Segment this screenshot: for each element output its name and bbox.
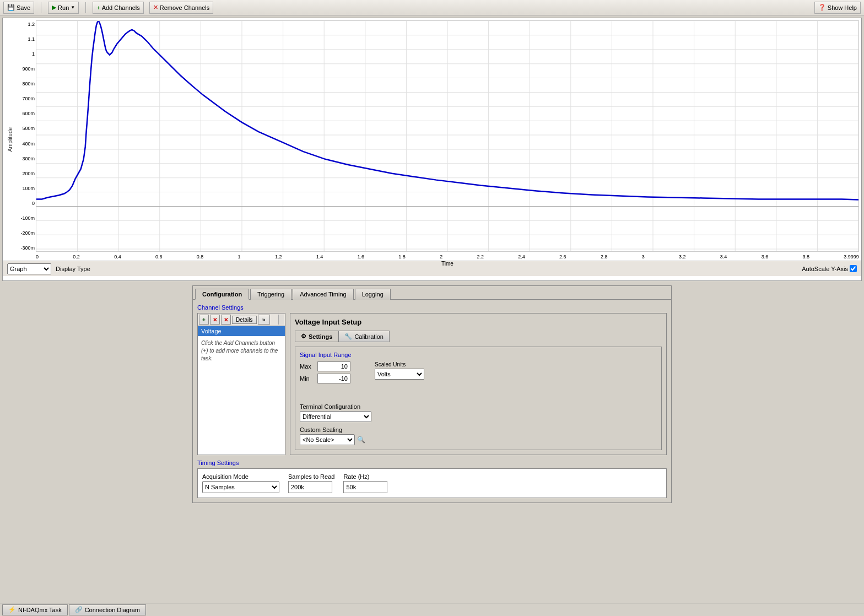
y-label-12: 1.2 <box>15 21 35 27</box>
x-label-04: 0.4 <box>114 254 121 260</box>
y-label-n200m: -200m <box>15 230 35 236</box>
timing-settings-label: Timing Settings <box>197 460 667 466</box>
tab-triggering[interactable]: Triggering <box>250 289 291 300</box>
channel-settings-row: + ✕ ✕ Details » Voltage <box>197 313 667 455</box>
tab-logging[interactable]: Logging <box>355 289 391 300</box>
y-label-600m: 600m <box>15 111 35 116</box>
acquisition-mode-select[interactable]: N Samples <box>202 481 279 493</box>
min-value-input[interactable] <box>317 374 350 383</box>
x-label-26: 2.6 <box>559 254 566 260</box>
tab-content-configuration: Channel Settings + ✕ ✕ Details » <box>193 300 671 502</box>
bottom-panel: Configuration Triggering Advanced Timing… <box>0 283 864 505</box>
voltage-setup-title: Voltage Input Setup <box>295 318 662 326</box>
rate-group: Rate (Hz) <box>343 473 387 493</box>
x-label-3999: 3.9999 <box>844 254 859 260</box>
bottom-tabs-bar: ⚡ NI-DAQmx Task 🔗 Connection Diagram <box>0 603 864 616</box>
run-icon: ▶ <box>52 4 56 11</box>
details-btn[interactable]: Details <box>232 316 257 324</box>
timing-settings-section: Timing Settings Acquisition Mode N Sampl… <box>197 460 667 498</box>
y-label-300m: 300m <box>15 156 35 161</box>
clear-channels-btn[interactable]: ✕ <box>221 315 231 325</box>
scaled-units-label: Scaled Units <box>375 361 424 368</box>
toolbar-separator2 <box>85 2 86 13</box>
scaled-units-group: Scaled Units Volts <box>375 361 424 380</box>
rate-input[interactable] <box>343 481 387 493</box>
x-label-3: 3 <box>642 254 645 260</box>
inner-tab-calibration[interactable]: 🔧 Calibration <box>338 331 390 342</box>
max-value-input[interactable] <box>317 361 350 371</box>
channel-scroll[interactable] <box>278 315 284 325</box>
channel-settings-section: Channel Settings + ✕ ✕ Details » <box>197 304 667 455</box>
x-label-28: 2.8 <box>601 254 608 260</box>
terminal-config-select[interactable]: Differential <box>300 411 371 422</box>
remove-channel-btn[interactable]: ✕ <box>210 315 220 325</box>
channel-hint: Click the Add Channels button (+) to add… <box>198 336 285 366</box>
y-label-100m: 100m <box>15 186 35 191</box>
x-label-14: 1.4 <box>316 254 323 260</box>
help-icon: ❓ <box>818 4 826 11</box>
save-button[interactable]: 💾 Save <box>3 2 34 14</box>
remove-channels-button[interactable]: ✕ Remove Channels <box>149 2 214 14</box>
scroll-right-btn[interactable]: » <box>258 315 270 325</box>
scale-edit-icon[interactable]: 🔍 <box>357 436 365 444</box>
samples-group: Samples to Read <box>288 473 334 493</box>
terminal-config-group: Terminal Configuration Differential <box>300 403 371 422</box>
custom-scale-select[interactable]: <No Scale> <box>300 434 355 445</box>
timing-section-body: Acquisition Mode N Samples Samples to Re… <box>197 468 667 498</box>
inner-tab-settings[interactable]: ⚙ Settings <box>295 331 338 342</box>
x-label-18: 1.8 <box>398 254 406 260</box>
rate-label: Rate (Hz) <box>343 473 387 480</box>
run-dropdown-arrow[interactable]: ▼ <box>71 5 75 10</box>
x-label-24: 2.4 <box>518 254 525 260</box>
y-label-700m: 700m <box>15 96 35 101</box>
graph-area: Amplitude 1.2 1.1 1 900m 800m 700m 600m … <box>2 18 862 281</box>
channel-item-voltage[interactable]: Voltage <box>198 326 285 336</box>
signal-range-label: Signal Input Range <box>300 352 657 358</box>
y-label-n300m: -300m <box>15 245 35 251</box>
min-range-row: Min <box>300 374 350 383</box>
x-label-08: 0.8 <box>197 254 204 260</box>
min-label: Min <box>300 375 313 382</box>
show-help-button[interactable]: ❓ Show Help <box>814 2 861 14</box>
y-label-800m: 800m <box>15 81 35 87</box>
bottom-tab-ni-daqmx[interactable]: ⚡ NI-DAQmx Task <box>2 604 68 615</box>
y-axis-label: Amplitude <box>7 127 13 152</box>
range-fields: Max Min <box>300 361 350 386</box>
add-channels-icon: + <box>96 4 100 11</box>
y-label-1: 1 <box>15 51 35 57</box>
connection-diagram-icon: 🔗 <box>75 606 83 613</box>
acquisition-mode-label: Acquisition Mode <box>202 473 279 480</box>
add-channels-button[interactable]: + Add Channels <box>93 2 144 14</box>
channel-list-panel: + ✕ ✕ Details » Voltage <box>197 313 285 455</box>
x-label-22: 2.2 <box>477 254 484 260</box>
settings-icon: ⚙ <box>301 333 306 340</box>
samples-label: Samples to Read <box>288 473 334 480</box>
channel-settings-label: Channel Settings <box>197 304 667 311</box>
y-label-11: 1.1 <box>15 36 35 42</box>
config-panel: Configuration Triggering Advanced Timing… <box>192 285 672 503</box>
toolbar: 💾 Save ▶ Run ▼ + Add Channels ✕ Remove C… <box>0 0 864 15</box>
bottom-tab-connection-diagram[interactable]: 🔗 Connection Diagram <box>69 604 146 615</box>
voltage-setup-panel: Voltage Input Setup ⚙ Settings 🔧 Calibra… <box>290 313 667 455</box>
tab-advanced-timing[interactable]: Advanced Timing <box>293 289 353 300</box>
y-label-400m: 400m <box>15 141 35 147</box>
tab-configuration[interactable]: Configuration <box>195 289 249 300</box>
y-label-900m: 900m <box>15 66 35 72</box>
y-label-0: 0 <box>15 201 35 206</box>
x-label-36: 3.6 <box>762 254 769 260</box>
graph-svg <box>36 20 859 252</box>
scale-row: <No Scale> 🔍 <box>300 434 657 445</box>
x-label-38: 3.8 <box>802 254 809 260</box>
x-label-02: 0.2 <box>73 254 80 260</box>
run-button[interactable]: ▶ Run ▼ <box>48 2 79 14</box>
x-axis-title: Time <box>441 261 453 267</box>
add-channel-btn[interactable]: + <box>199 315 209 325</box>
toolbar-separator <box>41 2 41 13</box>
calibration-icon: 🔧 <box>344 333 352 340</box>
samples-input[interactable] <box>288 481 332 493</box>
x-label-0: 0 <box>36 254 39 260</box>
max-label: Max <box>300 363 313 370</box>
x-label-12: 1.2 <box>275 254 282 260</box>
acquisition-mode-group: Acquisition Mode N Samples <box>202 473 279 493</box>
scaled-units-select[interactable]: Volts <box>375 369 424 380</box>
